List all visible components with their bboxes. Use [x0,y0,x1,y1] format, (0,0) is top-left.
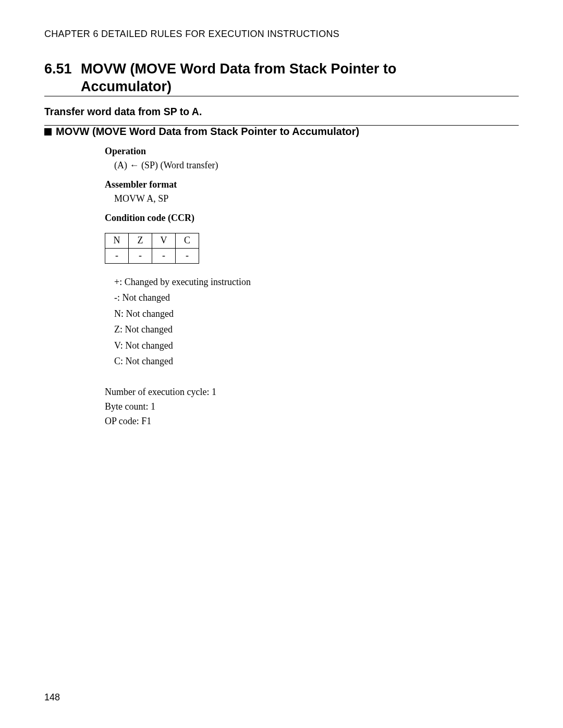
legend-line: -: Not changed [114,290,519,306]
legend-line: C: Not changed [114,353,519,369]
square-bullet-icon [44,128,52,135]
legend-line: Z: Not changed [114,322,519,338]
ccr-header-z: Z [129,233,152,248]
content-block: Operation (A) ← (SP) (Word transfer) Ass… [105,146,519,429]
divider [44,96,519,96]
chapter-header: CHAPTER 6 DETAILED RULES FOR EXECUTION I… [44,29,519,40]
operation-text: (A) ← (SP) (Word transfer) [114,160,519,171]
ccr-header-v: V [152,233,176,248]
ccr-val-c: - [176,248,199,263]
ccr-header-c: C [176,233,199,248]
byte-count: Byte count: 1 [105,400,519,414]
section-number: 6.51 [44,60,81,96]
subsection-heading: MOVW (MOVE Word Data from Stack Pointer … [44,126,519,138]
op-code: OP code: F1 [105,414,519,429]
ccr-table: N Z V C - - - - [105,233,199,264]
operation-label: Operation [105,146,519,157]
section-title: MOVW (MOVE Word Data from Stack Pointer … [81,60,456,96]
table-row: - - - - [105,248,199,263]
page: CHAPTER 6 DETAILED RULES FOR EXECUTION I… [0,0,563,728]
legend-line: N: Not changed [114,306,519,322]
exec-cycle: Number of execution cycle: 1 [105,385,519,400]
ccr-val-z: - [129,248,152,263]
legend-line: +: Changed by executing instruction [114,274,519,290]
ccr-val-n: - [105,248,129,263]
assembler-text: MOVW A, SP [114,193,519,204]
table-row: N Z V C [105,233,199,248]
section-heading: 6.51 MOVW (MOVE Word Data from Stack Poi… [44,60,519,96]
ccr-val-v: - [152,248,176,263]
page-number: 148 [44,692,60,703]
section-summary: Transfer word data from SP to A. [44,106,519,118]
assembler-label: Assembler format [105,179,519,190]
legend-line: V: Not changed [114,338,519,354]
extra-block: Number of execution cycle: 1 Byte count:… [105,385,519,429]
ccr-label: Condition code (CCR) [105,213,519,224]
ccr-header-n: N [105,233,129,248]
ccr-legend: +: Changed by executing instruction -: N… [114,274,519,370]
subsection-title: MOVW (MOVE Word Data from Stack Pointer … [56,126,359,137]
